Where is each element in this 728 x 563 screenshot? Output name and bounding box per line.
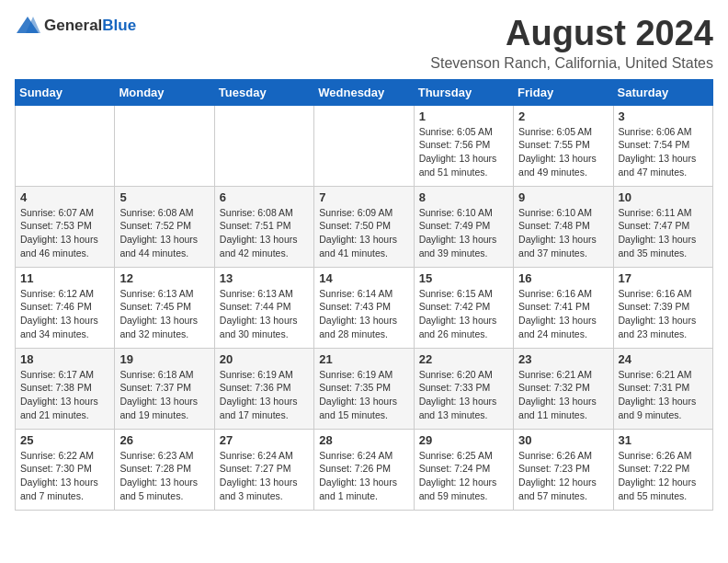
day-info: Sunrise: 6:06 AM Sunset: 7:54 PM Dayligh…: [619, 125, 708, 179]
day-number: 25: [20, 433, 109, 447]
calendar-week-1: 1Sunrise: 6:05 AM Sunset: 7:56 PM Daylig…: [16, 105, 713, 186]
day-info: Sunrise: 6:20 AM Sunset: 7:33 PM Dayligh…: [419, 368, 508, 422]
day-info: Sunrise: 6:11 AM Sunset: 7:47 PM Dayligh…: [619, 206, 708, 260]
day-number: 19: [119, 352, 209, 366]
weekday-header-thursday: Thursday: [414, 79, 513, 105]
day-info: Sunrise: 6:13 AM Sunset: 7:44 PM Dayligh…: [220, 287, 309, 341]
calendar-cell: 14Sunrise: 6:14 AM Sunset: 7:43 PM Dayli…: [314, 267, 414, 348]
day-info: Sunrise: 6:24 AM Sunset: 7:26 PM Dayligh…: [319, 449, 408, 503]
calendar-cell: 31Sunrise: 6:26 AM Sunset: 7:22 PM Dayli…: [613, 429, 712, 510]
subtitle: Stevenson Ranch, California, United Stat…: [430, 55, 713, 72]
logo-general: General: [44, 17, 102, 34]
day-number: 2: [518, 109, 608, 123]
page-header: GeneralBlue August 2024 Stevenson Ranch,…: [15, 15, 713, 72]
calendar-cell: 15Sunrise: 6:15 AM Sunset: 7:42 PM Dayli…: [414, 267, 513, 348]
day-number: 20: [220, 352, 309, 366]
day-number: 21: [319, 352, 408, 366]
day-number: 12: [119, 271, 209, 285]
calendar-cell: 5Sunrise: 6:08 AM Sunset: 7:52 PM Daylig…: [115, 186, 214, 267]
day-number: 11: [20, 271, 109, 285]
weekday-header-saturday: Saturday: [613, 79, 712, 105]
calendar-cell: 20Sunrise: 6:19 AM Sunset: 7:36 PM Dayli…: [214, 348, 313, 429]
day-info: Sunrise: 6:13 AM Sunset: 7:45 PM Dayligh…: [119, 287, 209, 341]
day-number: 26: [119, 433, 209, 447]
calendar-cell: 22Sunrise: 6:20 AM Sunset: 7:33 PM Dayli…: [414, 348, 513, 429]
day-info: Sunrise: 6:19 AM Sunset: 7:35 PM Dayligh…: [319, 368, 408, 422]
calendar-cell: 3Sunrise: 6:06 AM Sunset: 7:54 PM Daylig…: [613, 105, 712, 186]
weekday-header-friday: Friday: [514, 79, 613, 105]
calendar-cell: 24Sunrise: 6:21 AM Sunset: 7:31 PM Dayli…: [613, 348, 712, 429]
calendar-cell: 10Sunrise: 6:11 AM Sunset: 7:47 PM Dayli…: [613, 186, 712, 267]
day-number: 22: [419, 352, 508, 366]
calendar-cell: 21Sunrise: 6:19 AM Sunset: 7:35 PM Dayli…: [314, 348, 414, 429]
day-info: Sunrise: 6:08 AM Sunset: 7:51 PM Dayligh…: [220, 206, 309, 260]
calendar-cell: 26Sunrise: 6:23 AM Sunset: 7:28 PM Dayli…: [115, 429, 214, 510]
calendar-cell: 28Sunrise: 6:24 AM Sunset: 7:26 PM Dayli…: [314, 429, 414, 510]
day-number: 18: [20, 352, 109, 366]
day-info: Sunrise: 6:26 AM Sunset: 7:22 PM Dayligh…: [619, 449, 708, 503]
weekday-header-sunday: Sunday: [16, 79, 115, 105]
calendar-cell: 11Sunrise: 6:12 AM Sunset: 7:46 PM Dayli…: [16, 267, 115, 348]
day-info: Sunrise: 6:21 AM Sunset: 7:31 PM Dayligh…: [619, 368, 708, 422]
calendar-week-4: 18Sunrise: 6:17 AM Sunset: 7:38 PM Dayli…: [16, 348, 713, 429]
calendar-cell: [214, 105, 313, 186]
day-info: Sunrise: 6:16 AM Sunset: 7:39 PM Dayligh…: [619, 287, 708, 341]
day-number: 8: [419, 190, 508, 204]
day-number: 27: [220, 433, 309, 447]
calendar-cell: 23Sunrise: 6:21 AM Sunset: 7:32 PM Dayli…: [514, 348, 613, 429]
main-title: August 2024: [430, 15, 713, 53]
day-info: Sunrise: 6:15 AM Sunset: 7:42 PM Dayligh…: [419, 287, 508, 341]
day-number: 1: [419, 109, 508, 123]
day-info: Sunrise: 6:10 AM Sunset: 7:49 PM Dayligh…: [419, 206, 508, 260]
calendar-cell: 16Sunrise: 6:16 AM Sunset: 7:41 PM Dayli…: [514, 267, 613, 348]
day-info: Sunrise: 6:26 AM Sunset: 7:23 PM Dayligh…: [518, 449, 608, 503]
weekday-header-tuesday: Tuesday: [214, 79, 313, 105]
weekday-header-wednesday: Wednesday: [314, 79, 414, 105]
logo-icon: [15, 15, 40, 35]
calendar-cell: 25Sunrise: 6:22 AM Sunset: 7:30 PM Dayli…: [16, 429, 115, 510]
calendar-cell: 29Sunrise: 6:25 AM Sunset: 7:24 PM Dayli…: [414, 429, 513, 510]
calendar-cell: 7Sunrise: 6:09 AM Sunset: 7:50 PM Daylig…: [314, 186, 414, 267]
day-number: 23: [518, 352, 608, 366]
day-info: Sunrise: 6:22 AM Sunset: 7:30 PM Dayligh…: [20, 449, 109, 503]
calendar-cell: 8Sunrise: 6:10 AM Sunset: 7:49 PM Daylig…: [414, 186, 513, 267]
calendar-cell: 27Sunrise: 6:24 AM Sunset: 7:27 PM Dayli…: [214, 429, 313, 510]
day-number: 15: [419, 271, 508, 285]
day-info: Sunrise: 6:12 AM Sunset: 7:46 PM Dayligh…: [20, 287, 109, 341]
day-number: 7: [319, 190, 408, 204]
day-number: 30: [518, 433, 608, 447]
calendar-cell: 6Sunrise: 6:08 AM Sunset: 7:51 PM Daylig…: [214, 186, 313, 267]
day-info: Sunrise: 6:08 AM Sunset: 7:52 PM Dayligh…: [119, 206, 209, 260]
weekday-header-monday: Monday: [115, 79, 214, 105]
calendar-cell: 18Sunrise: 6:17 AM Sunset: 7:38 PM Dayli…: [16, 348, 115, 429]
calendar-cell: [314, 105, 414, 186]
weekday-header-row: SundayMondayTuesdayWednesdayThursdayFrid…: [16, 79, 713, 105]
day-info: Sunrise: 6:05 AM Sunset: 7:55 PM Dayligh…: [518, 125, 608, 179]
calendar-week-3: 11Sunrise: 6:12 AM Sunset: 7:46 PM Dayli…: [16, 267, 713, 348]
calendar-cell: 13Sunrise: 6:13 AM Sunset: 7:44 PM Dayli…: [214, 267, 313, 348]
calendar-cell: 17Sunrise: 6:16 AM Sunset: 7:39 PM Dayli…: [613, 267, 712, 348]
day-number: 13: [220, 271, 309, 285]
day-info: Sunrise: 6:05 AM Sunset: 7:56 PM Dayligh…: [419, 125, 508, 179]
day-number: 9: [518, 190, 608, 204]
day-number: 29: [419, 433, 508, 447]
day-info: Sunrise: 6:24 AM Sunset: 7:27 PM Dayligh…: [220, 449, 309, 503]
calendar-cell: 12Sunrise: 6:13 AM Sunset: 7:45 PM Dayli…: [115, 267, 214, 348]
calendar-week-2: 4Sunrise: 6:07 AM Sunset: 7:53 PM Daylig…: [16, 186, 713, 267]
logo-blue: Blue: [102, 17, 136, 34]
day-number: 3: [619, 109, 708, 123]
day-info: Sunrise: 6:23 AM Sunset: 7:28 PM Dayligh…: [119, 449, 209, 503]
day-number: 28: [319, 433, 408, 447]
day-number: 10: [619, 190, 708, 204]
calendar-table: SundayMondayTuesdayWednesdayThursdayFrid…: [15, 79, 713, 511]
day-number: 14: [319, 271, 408, 285]
title-area: August 2024 Stevenson Ranch, California,…: [430, 15, 713, 72]
day-info: Sunrise: 6:09 AM Sunset: 7:50 PM Dayligh…: [319, 206, 408, 260]
day-number: 4: [20, 190, 109, 204]
calendar-cell: 4Sunrise: 6:07 AM Sunset: 7:53 PM Daylig…: [16, 186, 115, 267]
calendar-header: SundayMondayTuesdayWednesdayThursdayFrid…: [16, 79, 713, 105]
day-info: Sunrise: 6:14 AM Sunset: 7:43 PM Dayligh…: [319, 287, 408, 341]
calendar-cell: [115, 105, 214, 186]
day-info: Sunrise: 6:18 AM Sunset: 7:37 PM Dayligh…: [119, 368, 209, 422]
day-number: 17: [619, 271, 708, 285]
